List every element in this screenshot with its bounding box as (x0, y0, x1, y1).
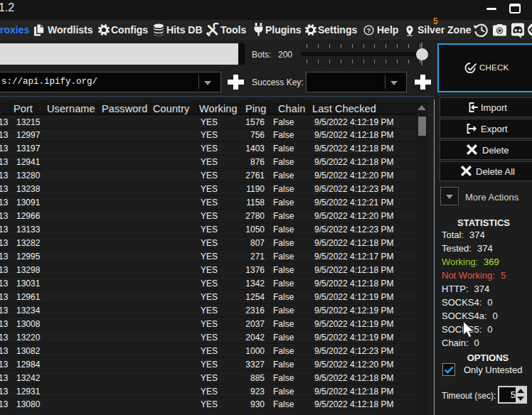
svg-text:?: ? (367, 27, 371, 34)
